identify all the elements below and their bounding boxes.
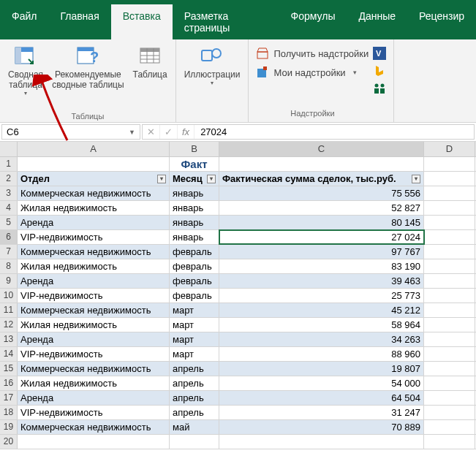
- ribbon-tab-рецензир[interactable]: Рецензир: [407, 4, 476, 39]
- illustrations-button[interactable]: Иллюстрации ▾: [181, 42, 244, 88]
- cell-otdel[interactable]: Жилая недвижимость: [18, 376, 170, 390]
- cell-sum[interactable]: 64 504: [219, 391, 424, 405]
- people-graph-icon[interactable]: [373, 82, 386, 95]
- row-header[interactable]: 14: [0, 347, 18, 361]
- cell-sum[interactable]: 45 212: [219, 303, 424, 317]
- cell-month[interactable]: февраль: [170, 274, 219, 288]
- col-header-D[interactable]: D: [424, 142, 475, 156]
- cell-otdel[interactable]: Аренда: [18, 274, 170, 288]
- cell-otdel[interactable]: Коммерческая недвижимость: [18, 362, 170, 376]
- cell-sum[interactable]: 25 773: [219, 289, 424, 303]
- accept-formula-button[interactable]: ✓: [160, 125, 178, 139]
- cell-month[interactable]: апрель: [170, 376, 219, 390]
- row-header[interactable]: 6: [0, 230, 18, 244]
- cell-otdel[interactable]: Жилая недвижимость: [18, 259, 170, 273]
- header-otdel[interactable]: Отдел: [18, 172, 170, 186]
- cell-sum[interactable]: 39 463: [219, 274, 424, 288]
- formula-input[interactable]: 27024: [194, 126, 474, 137]
- row-header[interactable]: 2: [0, 172, 18, 186]
- cell-otdel[interactable]: Коммерческая недвижимость: [18, 186, 170, 200]
- ribbon-tab-вставка[interactable]: Вставка: [111, 4, 173, 39]
- row-header[interactable]: 16: [0, 376, 18, 390]
- ribbon-tab-формулы[interactable]: Формулы: [279, 4, 347, 39]
- cell-month[interactable]: март: [170, 303, 219, 317]
- cell-sum[interactable]: 70 889: [219, 420, 424, 434]
- ribbon-tab-данные[interactable]: Данные: [347, 4, 407, 39]
- ribbon-tab-файл[interactable]: Файл: [0, 4, 48, 39]
- row-header[interactable]: 20: [0, 435, 18, 449]
- cell-otdel[interactable]: VIP-недвижимость: [18, 347, 170, 361]
- col-header-C[interactable]: C: [219, 142, 424, 156]
- cell-otdel[interactable]: Жилая недвижимость: [18, 318, 170, 332]
- cell-month[interactable]: январь: [170, 230, 219, 244]
- table-title[interactable]: Факт: [170, 157, 219, 171]
- ribbon-tab-главная[interactable]: Главная: [48, 4, 110, 39]
- cell-month[interactable]: февраль: [170, 289, 219, 303]
- cell-otdel[interactable]: VIP-недвижимость: [18, 406, 170, 419]
- cell-sum[interactable]: 52 827: [219, 201, 424, 215]
- cell-month[interactable]: март: [170, 347, 219, 361]
- cell-otdel[interactable]: Коммерческая недвижимость: [18, 420, 170, 434]
- cell-sum[interactable]: 88 960: [219, 347, 424, 361]
- row-header[interactable]: 4: [0, 201, 18, 215]
- filter-icon[interactable]: [157, 175, 166, 183]
- cell-sum[interactable]: 27 024: [219, 230, 424, 244]
- col-header-B[interactable]: B: [170, 142, 219, 156]
- header-month[interactable]: Месяц: [170, 172, 219, 186]
- cell-month[interactable]: апрель: [170, 362, 219, 376]
- cell-otdel[interactable]: VIP-недвижимость: [18, 230, 170, 244]
- cell-sum[interactable]: 83 190: [219, 259, 424, 273]
- cell-month[interactable]: январь: [170, 201, 219, 215]
- filter-icon[interactable]: [412, 175, 420, 183]
- cell-sum[interactable]: 31 247: [219, 406, 424, 419]
- pivot-table-button[interactable]: Сводная таблица ▾: [4, 42, 47, 99]
- cell-sum[interactable]: 75 556: [219, 186, 424, 200]
- cancel-formula-button[interactable]: ✕: [143, 125, 160, 139]
- bing-icon[interactable]: [373, 64, 386, 77]
- cell-month[interactable]: апрель: [170, 406, 219, 419]
- cell-sum[interactable]: 34 263: [219, 332, 424, 346]
- cell-otdel[interactable]: Аренда: [18, 216, 170, 229]
- cell-otdel[interactable]: VIP-недвижимость: [18, 289, 170, 303]
- cell-month[interactable]: май: [170, 420, 219, 434]
- row-header[interactable]: 13: [0, 332, 18, 346]
- cell-sum[interactable]: 80 145: [219, 216, 424, 229]
- cell-month[interactable]: январь: [170, 186, 219, 200]
- cell-sum[interactable]: 58 964: [219, 318, 424, 332]
- cell-otdel[interactable]: Коммерческая недвижимость: [18, 245, 170, 259]
- row-header[interactable]: 9: [0, 274, 18, 288]
- cell-otdel[interactable]: Жилая недвижимость: [18, 201, 170, 215]
- cell-otdel[interactable]: Аренда: [18, 391, 170, 405]
- row-header[interactable]: 15: [0, 362, 18, 376]
- row-header[interactable]: 5: [0, 216, 18, 229]
- name-box[interactable]: C6 ▼: [1, 124, 140, 140]
- fx-icon[interactable]: fx: [178, 125, 194, 139]
- cell-sum[interactable]: 97 767: [219, 245, 424, 259]
- row-header[interactable]: 12: [0, 318, 18, 332]
- row-header[interactable]: 8: [0, 259, 18, 273]
- cell-month[interactable]: февраль: [170, 259, 219, 273]
- ribbon-tab-разметка страницы[interactable]: Разметка страницы: [173, 4, 279, 39]
- cell-otdel[interactable]: Коммерческая недвижимость: [18, 303, 170, 317]
- cell-otdel[interactable]: Аренда: [18, 332, 170, 346]
- row-header[interactable]: 1: [0, 157, 18, 171]
- row-header[interactable]: 17: [0, 391, 18, 405]
- row-header[interactable]: 19: [0, 420, 18, 434]
- col-header-A[interactable]: A: [18, 142, 170, 156]
- recommended-pivot-button[interactable]: ? Рекомендуемые сводные таблицы: [48, 42, 127, 92]
- cell-month[interactable]: март: [170, 318, 219, 332]
- filter-icon[interactable]: [207, 175, 216, 183]
- cell-month[interactable]: январь: [170, 216, 219, 229]
- cell-sum[interactable]: 19 807: [219, 362, 424, 376]
- header-sum[interactable]: Фактическая сумма сделок, тыс.руб.: [219, 172, 424, 186]
- cell-month[interactable]: апрель: [170, 391, 219, 405]
- cell-sum[interactable]: 54 000: [219, 376, 424, 390]
- table-button[interactable]: Таблица: [129, 42, 171, 82]
- select-all-corner[interactable]: [0, 142, 18, 156]
- cell-month[interactable]: февраль: [170, 245, 219, 259]
- row-header[interactable]: 10: [0, 289, 18, 303]
- get-addins-button[interactable]: Получить надстройки: [256, 44, 369, 63]
- row-header[interactable]: 7: [0, 245, 18, 259]
- row-header[interactable]: 18: [0, 406, 18, 419]
- row-header[interactable]: 11: [0, 303, 18, 317]
